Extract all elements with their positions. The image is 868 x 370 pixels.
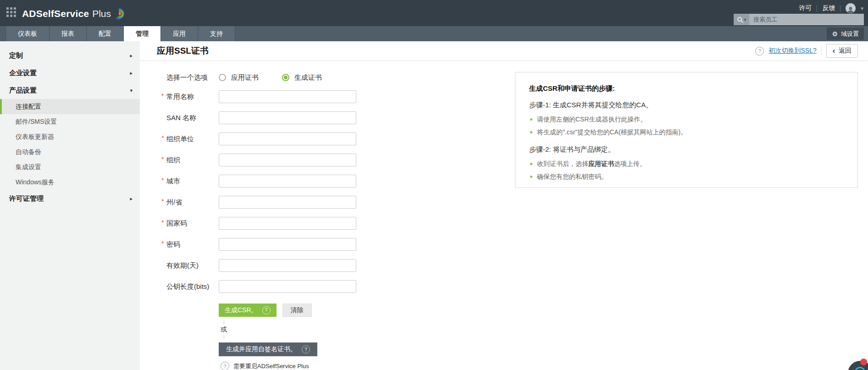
field-label: 密码 (166, 240, 180, 248)
search-input[interactable] (749, 14, 864, 25)
organization-input[interactable] (219, 154, 356, 166)
bullet-dot-icon (530, 176, 532, 178)
tab-admin[interactable]: 管理 (124, 26, 161, 41)
sidebar-item-auto-backup[interactable]: 自动备份 (0, 144, 140, 160)
radio-unchecked-icon[interactable] (219, 74, 226, 81)
or-separator: 或 (219, 320, 229, 339)
field-row-state: *州/省 (157, 192, 356, 213)
domain-settings-label: 域设置 (841, 30, 859, 38)
field-label: 组织单位 (166, 135, 194, 143)
tab-configuration[interactable]: 配置 (87, 26, 124, 41)
self-signed-label: 生成并应用自签名证书。 (226, 345, 297, 353)
tab-dashboard[interactable]: 仪表板 (6, 26, 50, 41)
field-label: 公钥长度(bits) (166, 282, 209, 290)
step-1-heading: 步骤-1: 生成CSR并将其提交给您的CA。 (529, 101, 844, 110)
clear-button[interactable]: 清除 (282, 304, 312, 317)
csr-steps-panel: 生成CSR和申请证书的步骤: 步骤-1: 生成CSR并将其提交给您的CA。 请使… (515, 72, 858, 188)
validity-days-input[interactable] (219, 259, 356, 272)
step-2-bullet-2: 确保您有您的私钥密码。 (530, 173, 844, 181)
first-ssl-switch-link[interactable]: 初次切换到SSL? (768, 47, 816, 55)
sidebar-item-license-management[interactable]: 许可证管理 ▸ (0, 190, 140, 207)
radio-checked-icon[interactable] (282, 74, 289, 81)
logo-plus-text: Plus (92, 8, 111, 19)
sidebar-item-windows-service[interactable]: Windows服务 (0, 175, 140, 190)
tab-reports[interactable]: 报表 (50, 26, 87, 41)
field-label: SAN 名称 (166, 114, 196, 121)
page-header: 应用SSL证书 ? 初次切换到SSL? ‹ 返回 (140, 41, 868, 61)
divider (817, 5, 817, 12)
password-input[interactable] (219, 238, 356, 251)
sidebar: 定制 ▸ 企业设置 ▸ 产品设置 ▾ 连接配置 邮件/SMS设置 仪表板更新器 … (0, 41, 140, 370)
required-marker: * (161, 177, 166, 184)
back-button-label: 返回 (839, 47, 851, 55)
common-name-input[interactable] (219, 90, 356, 103)
search-caret-icon: ▾ (744, 17, 746, 22)
app-grid-icon[interactable] (6, 7, 16, 17)
user-avatar-icon[interactable] (846, 3, 856, 13)
chevron-right-icon: ▸ (130, 70, 133, 76)
or-label: 或 (221, 325, 227, 335)
search-icon[interactable]: ▾ (734, 14, 749, 25)
page-title: 应用SSL证书 (157, 45, 209, 57)
sidebar-item-customize[interactable]: 定制 ▸ (0, 47, 140, 64)
key-length-input[interactable] (219, 280, 356, 293)
restart-note: ? 需要重启ADSelfService Plus (221, 362, 356, 370)
top-header-bar: ADSelfService Plus 许可 反馈 (0, 0, 868, 26)
main-nav-bar: 仪表板 报表 配置 管理 应用 支持 ⚙ 域设置 (0, 26, 868, 41)
generate-self-signed-button[interactable]: 生成并应用自签名证书。 ? (219, 342, 317, 356)
field-label: 组织 (166, 156, 180, 164)
country-code-input[interactable] (219, 217, 356, 230)
field-label: 州/省 (166, 198, 182, 206)
generate-csr-button[interactable]: 生成CSR。 ? (219, 304, 276, 317)
ssl-certificate-form: 选择一个选项 应用证书 生成证书 *常用名称 SAN 名称 *组织单位 (157, 69, 356, 370)
divider (224, 335, 224, 339)
divider (224, 320, 224, 325)
step-1-bullet-2: 将生成的".csr"提交给您的CA(根据其网站上的指南)。 (530, 128, 844, 137)
gear-icon: ⚙ (832, 31, 838, 37)
chevron-right-icon: ▸ (130, 196, 133, 202)
sidebar-item-mail-sms-settings[interactable]: 邮件/SMS设置 (0, 114, 140, 129)
sidebar-item-dashboard-updater[interactable]: 仪表板更新器 (0, 129, 140, 144)
tab-support[interactable]: 支持 (198, 26, 235, 41)
organizational-unit-input[interactable] (219, 133, 356, 145)
bullet-dot-icon (530, 118, 532, 121)
field-label: 国家码 (166, 219, 187, 227)
app-window: ADSelfService Plus 许可 反馈 (0, 0, 868, 370)
field-label: 常用名称 (166, 93, 194, 100)
sidebar-item-enterprise-settings[interactable]: 企业设置 ▸ (0, 64, 140, 82)
field-row-country-code: *国家码 (157, 213, 356, 234)
city-input[interactable] (219, 175, 356, 188)
required-marker: * (161, 240, 166, 247)
field-row-validity-days: 有效期(天) (157, 255, 356, 276)
sidebar-item-product-settings[interactable]: 产品设置 ▾ (0, 82, 140, 99)
caret-down-icon[interactable]: ▾ (861, 6, 863, 11)
back-button[interactable]: ‹ 返回 (826, 44, 858, 58)
field-row-password: *密码 (157, 234, 356, 255)
back-chevron-icon: ‹ (833, 47, 835, 55)
help-icon[interactable]: ? (302, 345, 310, 353)
page-actions: ? 初次切换到SSL? ‹ 返回 (755, 44, 858, 58)
notification-dot (860, 359, 867, 365)
san-name-input[interactable] (219, 111, 356, 124)
sidebar-item-integration-settings[interactable]: 集成设置 (0, 160, 140, 175)
feedback-link[interactable]: 反馈 (822, 4, 835, 12)
sidebar-item-connection-settings[interactable]: 连接配置 (0, 99, 140, 114)
step-2-heading: 步骤-2: 将证书与产品绑定。 (529, 145, 844, 154)
apply-certificate-option[interactable]: 应用证书 (219, 73, 282, 82)
main-content: 应用SSL证书 ? 初次切换到SSL? ‹ 返回 选择一个选项 应用证书 (140, 41, 868, 370)
field-row-common-name: *常用名称 (157, 86, 356, 107)
nav-tabs: 仪表板 报表 配置 管理 应用 支持 (6, 26, 235, 41)
state-input[interactable] (219, 196, 356, 209)
help-icon[interactable]: ? (755, 47, 764, 55)
generate-certificate-option[interactable]: 生成证书 (282, 73, 345, 82)
license-link[interactable]: 许可 (799, 4, 812, 12)
help-icon[interactable]: ? (221, 362, 229, 370)
chevron-right-icon: ▸ (130, 53, 133, 59)
help-icon[interactable]: ? (262, 306, 271, 315)
tab-application[interactable]: 应用 (161, 26, 198, 41)
step-1-bullet-1: 请使用左侧的CSR生成器执行此操作。 (530, 116, 844, 124)
divider (821, 47, 822, 55)
field-row-key-length: 公钥长度(bits) (157, 276, 356, 297)
form-buttons-row: 生成CSR。 ? 清除 (219, 304, 356, 317)
domain-settings-button[interactable]: ⚙ 域设置 (827, 28, 864, 40)
